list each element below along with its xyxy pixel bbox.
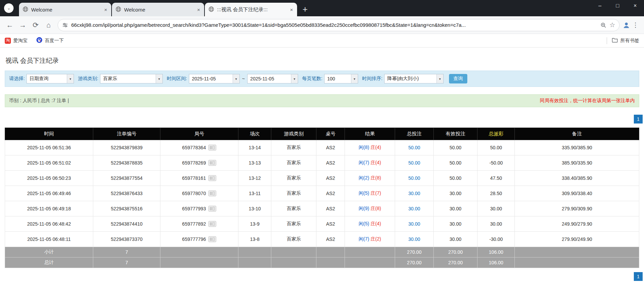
round-media-icon[interactable]	[208, 190, 216, 196]
page-1-button[interactable]: 1	[634, 115, 643, 124]
query-type-select[interactable]: 日期查询 ▾	[26, 74, 74, 83]
chevron-down-icon: ⌄	[7, 6, 11, 11]
sort-value: 降幂(由大到小)	[385, 76, 436, 82]
cell-valid-bet: 30.00	[434, 216, 477, 232]
column-header: 备注	[515, 128, 639, 140]
home-button[interactable]: ⌂	[42, 19, 55, 32]
menu-kebab-icon[interactable]: ⋮	[630, 21, 641, 29]
minimize-button[interactable]: –	[591, 0, 609, 12]
total-bet-link[interactable]: 30.00	[408, 206, 420, 211]
bookmark-star-icon[interactable]: ☆	[609, 21, 615, 29]
tab-close-icon[interactable]: ×	[289, 7, 294, 13]
tab-close-icon[interactable]: ×	[103, 7, 108, 13]
cell-round: 659777892	[160, 216, 238, 232]
bookmark-baidu[interactable]: 百度一下	[36, 37, 64, 44]
query-type-label: 请选择:	[9, 76, 25, 82]
date-from-select[interactable]: 2025-11-05 ▾	[189, 74, 240, 83]
cell-total-bet[interactable]: 50.00	[395, 155, 434, 171]
subtotal-payout: 106.00	[477, 247, 515, 258]
chevron-down-icon[interactable]: ▾	[351, 74, 358, 83]
column-header: 局号	[160, 128, 238, 140]
cell-table-no: AS2	[316, 186, 345, 201]
chevron-down-icon[interactable]: ▾	[291, 74, 298, 83]
game-type-select[interactable]: 百家乐 ▾	[100, 74, 163, 83]
chevron-down-icon[interactable]: ▾	[233, 74, 239, 83]
cell-result: 闲(7) 庄(2)	[345, 232, 395, 247]
total-bet-link[interactable]: 30.00	[408, 191, 420, 196]
maximize-button[interactable]: □	[609, 0, 626, 12]
cell-game-type: 百家乐	[271, 140, 316, 155]
cell-round: 659778269	[160, 155, 238, 171]
all-bookmarks-button[interactable]: 所有书签	[612, 37, 639, 44]
banker-result: 庄(4)	[371, 160, 381, 165]
empty-cell	[160, 247, 238, 258]
profile-icon[interactable]	[622, 21, 630, 29]
banker-result: 庄(8)	[371, 206, 381, 211]
cell-bet-id: 522943877554	[93, 171, 160, 186]
cell-payout: 30.00	[477, 216, 515, 232]
browser-titlebar: ⌄ Welcome × Welcome × :::视讯 会员下注纪录::: × …	[0, 0, 644, 16]
total-bet-link[interactable]: 50.00	[408, 175, 420, 181]
close-button[interactable]: ×	[626, 0, 644, 12]
tab-title: :::视讯 会员下注纪录:::	[217, 6, 287, 13]
tab-title: Welcome	[31, 7, 101, 13]
date-to-select[interactable]: 2025-11-05 ▾	[247, 74, 298, 83]
cell-total-bet[interactable]: 30.00	[395, 186, 434, 201]
bookmark-taobao[interactable]: 淘 爱淘宝	[5, 38, 27, 44]
bookmarks-divider	[607, 37, 607, 44]
cell-bet-id: 522943875516	[93, 201, 160, 216]
table-row: 2025-11-05 06:48:11522943873370659777796…	[5, 232, 639, 247]
range-separator: ~	[242, 76, 245, 81]
browser-tab-1[interactable]: Welcome ×	[19, 3, 111, 16]
page-size-select[interactable]: 100 ▾	[324, 74, 358, 83]
new-tab-button[interactable]: +	[303, 5, 308, 14]
column-header: 场次	[238, 128, 271, 140]
cell-table-no: AS2	[316, 171, 345, 186]
total-bet-link[interactable]: 30.00	[408, 221, 420, 227]
currency-summary: 币别 : 人民币 | 总共 :7 注单 |	[9, 98, 69, 104]
cell-total-bet[interactable]: 50.00	[395, 171, 434, 186]
column-header: 结果	[345, 128, 395, 140]
chevron-down-icon[interactable]: ▾	[436, 74, 443, 83]
tab-close-icon[interactable]: ×	[196, 7, 201, 13]
browser-tab-active[interactable]: :::视讯 会员下注纪录::: ×	[205, 3, 297, 16]
cell-total-bet[interactable]: 30.00	[395, 216, 434, 232]
cell-total-bet[interactable]: 30.00	[395, 232, 434, 247]
cell-total-bet[interactable]: 50.00	[395, 140, 434, 155]
zoom-icon[interactable]	[600, 22, 606, 28]
cell-note: 385.90/335.90	[515, 155, 639, 171]
summary-note: 同局有效投注，统一计算在该局第一张注单内	[540, 98, 635, 104]
browser-tab-2[interactable]: Welcome ×	[112, 3, 204, 16]
search-button[interactable]: 查询	[449, 74, 467, 83]
site-settings-icon[interactable]	[62, 22, 68, 28]
banker-result: 庄(7)	[371, 190, 381, 196]
forward-button[interactable]: →	[16, 19, 29, 32]
round-media-icon[interactable]	[208, 175, 216, 181]
chevron-down-icon[interactable]: ▾	[156, 74, 162, 83]
round-media-icon[interactable]	[208, 145, 216, 151]
address-bar[interactable]: 66cxkj98.com/ipl/portal.php/game/betreco…	[58, 19, 620, 31]
round-media-icon[interactable]	[208, 221, 216, 227]
bookmark-label: 百度一下	[45, 38, 64, 44]
total-bet-link[interactable]: 50.00	[408, 145, 420, 150]
total-payout: 106.00	[477, 258, 515, 268]
round-media-icon[interactable]	[208, 206, 216, 212]
globe-icon	[22, 6, 28, 13]
baidu-icon	[36, 37, 42, 44]
tab-search-button[interactable]: ⌄	[4, 3, 14, 13]
cell-result: 闲(9) 庄(8)	[345, 201, 395, 216]
chevron-down-icon[interactable]: ▾	[67, 74, 74, 83]
round-media-icon[interactable]	[208, 160, 216, 166]
cell-payout: -30.00	[477, 232, 515, 247]
reload-button[interactable]: ⟳	[29, 19, 42, 32]
page-1-button[interactable]: 1	[634, 272, 643, 281]
cell-time: 2025-11-05 06:51:02	[5, 155, 93, 171]
cell-note: 249.90/279.90	[515, 216, 639, 232]
sort-select[interactable]: 降幂(由大到小) ▾	[384, 74, 444, 83]
cell-total-bet[interactable]: 30.00	[395, 201, 434, 216]
total-bet-link[interactable]: 50.00	[408, 160, 420, 166]
total-bet-link[interactable]: 30.00	[408, 236, 420, 242]
round-media-icon[interactable]	[208, 236, 216, 242]
back-button[interactable]: ←	[3, 19, 16, 32]
empty-cell	[345, 258, 395, 268]
